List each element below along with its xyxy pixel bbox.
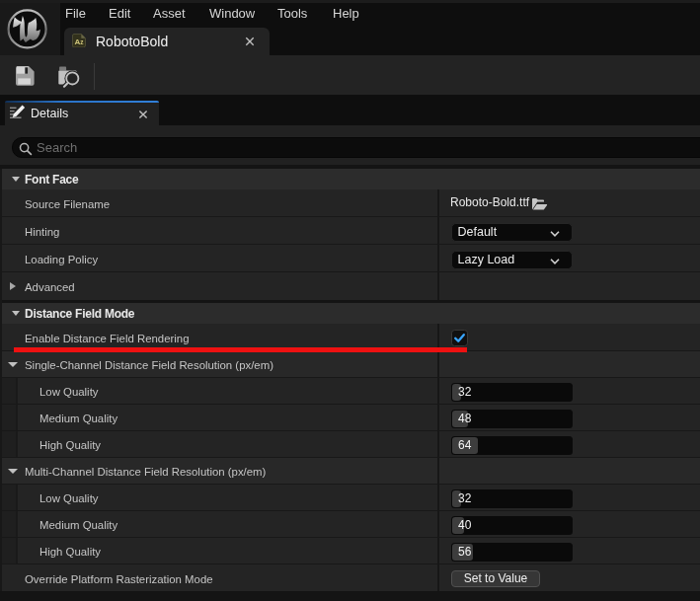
svg-text:Az: Az (74, 38, 84, 46)
